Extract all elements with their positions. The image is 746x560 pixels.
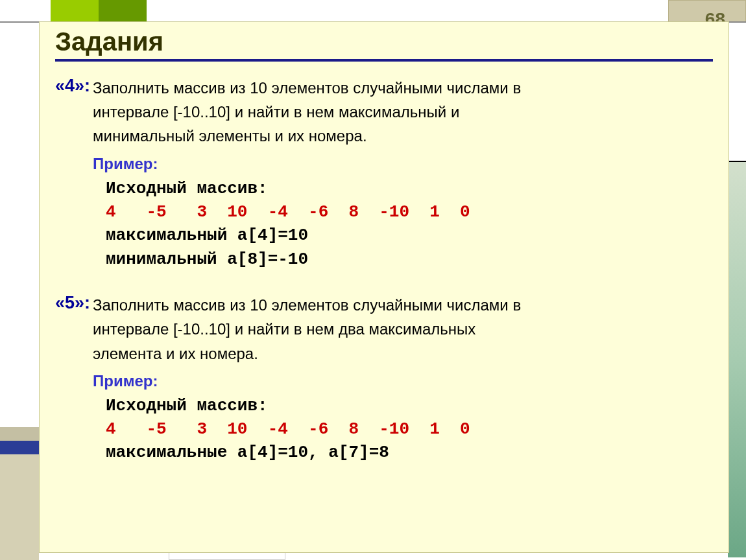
task4-code-block: Исходный массив: 4 -5 3 10 -4 -6 8 -10 1… <box>55 177 713 272</box>
task5-text3: элемента и их номера. <box>55 342 713 366</box>
task5-grade: «5»: <box>55 293 93 317</box>
deco-left-gray <box>0 427 39 441</box>
task5-max: максимальные a[4]=10, a[7]=8 <box>106 441 713 464</box>
task5-text1: Заполнить массив из 10 элементов случайн… <box>93 293 521 317</box>
title-row: Задания <box>55 27 713 62</box>
task4-line1: «4»: Заполнить массив из 10 элементов сл… <box>55 76 713 100</box>
task4-example-label: Пример: <box>55 155 713 173</box>
task4-source-label: Исходный массив: <box>106 177 713 200</box>
task4-array: 4 -5 3 10 -4 -6 8 -10 1 0 <box>106 200 713 224</box>
task5-code-block: Исходный массив: 4 -5 3 10 -4 -6 8 -10 1… <box>55 394 713 465</box>
task5-example-label: Пример: <box>55 372 713 390</box>
task5-line1: «5»: Заполнить массив из 10 элементов сл… <box>55 293 713 317</box>
task5-array: 4 -5 3 10 -4 -6 8 -10 1 0 <box>106 417 713 441</box>
task4-grade: «4»: <box>55 76 93 100</box>
deco-right-green-gradient <box>728 162 746 557</box>
deco-green-box-1 <box>51 0 99 21</box>
task5-source-label: Исходный массив: <box>106 394 713 417</box>
task4-max: максимальный a[4]=10 <box>106 224 713 247</box>
task5-text2: интервале [-10..10] и найти в нем два ма… <box>55 317 713 341</box>
slide-content: Задания «4»: Заполнить массив из 10 элем… <box>39 21 729 553</box>
deco-left-gray-2 <box>0 454 39 560</box>
slide-title: Задания <box>55 27 713 56</box>
deco-left-blue <box>0 441 39 454</box>
task4-text3: минимальный элементы и их номера. <box>55 124 713 148</box>
task4-min: минимальный a[8]=-10 <box>106 248 713 271</box>
task4-text1: Заполнить массив из 10 элементов случайн… <box>93 76 521 100</box>
deco-green-box-2 <box>99 0 147 21</box>
task4-text2: интервале [-10..10] и найти в нем максим… <box>55 100 713 124</box>
